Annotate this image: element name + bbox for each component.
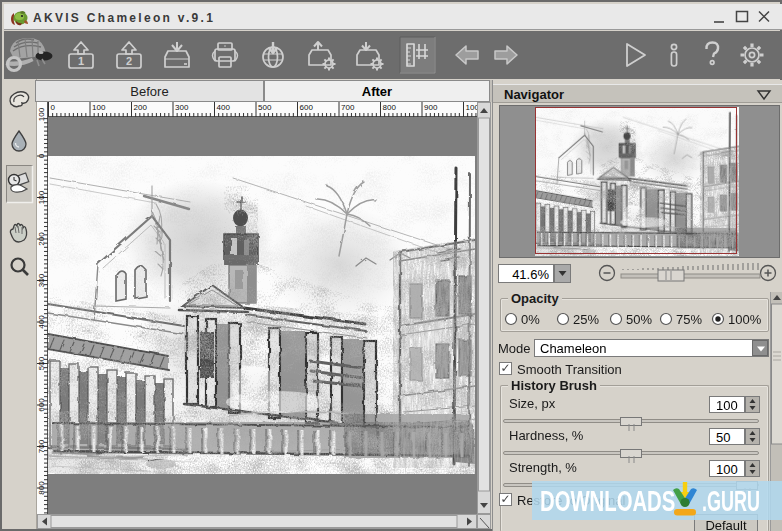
svg-text:100: 100 [37, 107, 46, 121]
svg-text:1000: 1000 [466, 103, 478, 112]
svg-text:600: 600 [37, 398, 46, 412]
svg-text:200: 200 [37, 232, 46, 246]
svg-text:500: 500 [258, 103, 272, 112]
svg-text:500: 500 [37, 356, 46, 370]
svg-text:800: 800 [37, 481, 46, 495]
svg-text:1: 1 [78, 55, 84, 67]
svg-text:100: 100 [92, 103, 106, 112]
svg-text:800: 800 [383, 103, 397, 112]
svg-text:300: 300 [175, 103, 189, 112]
svg-text:400: 400 [217, 103, 231, 112]
svg-text:300: 300 [37, 273, 46, 287]
svg-text:700: 700 [341, 103, 355, 112]
svg-text:600: 600 [300, 103, 314, 112]
svg-text:200: 200 [134, 103, 148, 112]
svg-text:900: 900 [424, 103, 438, 112]
svg-text:0: 0 [51, 103, 56, 112]
svg-text:2: 2 [126, 55, 132, 67]
svg-text:400: 400 [37, 315, 46, 329]
svg-text:700: 700 [37, 439, 46, 453]
svg-text:0: 0 [37, 153, 46, 158]
svg-text:100: 100 [37, 190, 46, 204]
